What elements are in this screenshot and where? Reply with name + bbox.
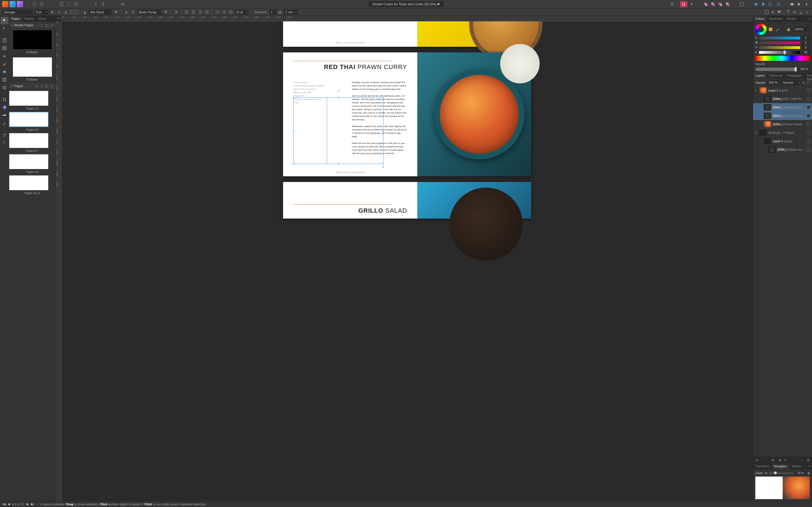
first-page-button[interactable]: |◀ <box>2 502 5 506</box>
navigator-tab[interactable]: Navigator <box>772 463 790 469</box>
layers-tab[interactable]: Layers <box>753 73 767 79</box>
layer-row[interactable]: T[IDML] (Simple cooks for <box>753 145 812 154</box>
pen-tool[interactable] <box>1 60 8 68</box>
overflow-icon[interactable]: » <box>804 9 810 15</box>
layer-fx-icon[interactable]: ◑ <box>777 458 782 462</box>
italic-button[interactable]: I <box>56 9 62 15</box>
method-text[interactable]: Roughly chop the coriander. Remove and d… <box>352 81 407 155</box>
artistic-text-tool[interactable]: A <box>1 52 8 60</box>
blend-mode-dropdown[interactable]: Normal <box>781 80 801 85</box>
layer-opacity-input[interactable] <box>767 80 780 85</box>
fill-tool[interactable] <box>1 104 8 111</box>
last-page-button[interactable]: ▶| <box>31 502 34 506</box>
text-styles-tab[interactable]: Text Styles <box>804 73 812 79</box>
frame-fit-icon-1[interactable] <box>764 9 769 15</box>
bool-add-icon[interactable] <box>789 1 795 7</box>
anchor-icon[interactable] <box>100 1 106 7</box>
next-page-button[interactable]: ▶ <box>27 502 29 506</box>
arrange-front-icon[interactable] <box>725 1 731 7</box>
node-tool[interactable] <box>1 25 8 32</box>
align-left-icon[interactable] <box>767 1 774 7</box>
move-tool[interactable] <box>1 17 8 24</box>
baseline-grid-icon[interactable] <box>669 1 675 7</box>
align-right-text-icon[interactable] <box>197 9 203 15</box>
magenta-slider[interactable] <box>759 41 800 44</box>
prev-page-button[interactable]: ◀ <box>8 502 10 506</box>
leading-input[interactable] <box>235 10 248 15</box>
page-thumb-6-7[interactable]: Pages 6,7 <box>9 133 56 152</box>
spectrum-picker[interactable] <box>755 56 810 61</box>
crop-tool[interactable] <box>1 96 8 103</box>
underline-button[interactable]: U <box>63 9 69 15</box>
list-number-icon[interactable]: 1 <box>214 9 220 15</box>
show-para-icon[interactable]: ¶ <box>173 9 179 15</box>
align-center-text-icon[interactable] <box>191 9 196 15</box>
align-right-icon[interactable] <box>775 1 781 7</box>
pin-icon[interactable] <box>93 1 99 7</box>
table-tool[interactable] <box>1 45 8 52</box>
color-wheel[interactable] <box>755 24 767 35</box>
layer-row[interactable]: Layer 1 (Layer) <box>753 137 812 145</box>
align-left-text-icon[interactable] <box>184 9 190 15</box>
layer-row[interactable]: ▼Layer 1 (Layer) <box>753 86 812 95</box>
character-tab[interactable]: Character <box>767 73 785 79</box>
colour-tab[interactable]: Colour <box>753 16 767 22</box>
eyedropper-icon[interactable] <box>774 26 781 33</box>
zoom-in-icon[interactable]: ⊕ <box>808 471 810 474</box>
pages-facing-icon[interactable]: ▯▯ <box>45 84 49 88</box>
document-icon[interactable] <box>58 1 64 7</box>
stroke-tab[interactable]: Stroke <box>784 16 798 22</box>
flip-v-icon[interactable] <box>760 1 766 7</box>
arrange-forward-icon[interactable] <box>717 1 723 7</box>
pages-view-icon[interactable]: ⫿⫿ <box>35 84 39 88</box>
layer-settings-icon[interactable]: ⚙ <box>802 81 805 84</box>
valign-center-icon[interactable] <box>792 9 797 15</box>
preflight-icon[interactable]: ▫ <box>36 503 38 506</box>
master-facing-icon[interactable]: ▯▯ <box>45 23 49 27</box>
spread-2-3[interactable]: Simple cooks for taste and looks <box>283 21 531 47</box>
layer-add-icon[interactable]: ▫ <box>800 458 804 462</box>
layer-row[interactable]: [IDML] (Picture Frame) <box>753 120 812 128</box>
zoom-tool[interactable] <box>1 139 8 147</box>
frame-fit-icon-2[interactable]: fi <box>770 9 776 15</box>
arrange-backward-icon[interactable] <box>710 1 716 7</box>
yellow-slider[interactable] <box>759 46 800 49</box>
spread-4-5[interactable]: RED THAI PRAWN CURRY 1 carrot, sliced 1 … <box>283 52 531 176</box>
snap-options-icon[interactable]: ▾ <box>689 1 695 7</box>
group-icon[interactable] <box>739 1 745 7</box>
rectangle-tool[interactable] <box>1 68 8 75</box>
pages-options-icon[interactable]: ▯ <box>50 84 54 88</box>
layer-fx2-icon[interactable]: fx <box>783 458 788 462</box>
master-a-thumb[interactable]: A-Master <box>13 30 52 54</box>
spread-6-7[interactable]: GRILLO SALAD <box>283 182 531 219</box>
list-none-icon[interactable] <box>228 9 234 15</box>
affinity-photo-tab[interactable] <box>2 1 8 7</box>
snapping-button[interactable] <box>680 1 688 7</box>
page-thumb-8-9[interactable]: Pages 8,9 <box>9 154 56 173</box>
valign-bottom-icon[interactable] <box>798 9 804 15</box>
layer-delete-icon[interactable]: 🗑 <box>806 458 810 462</box>
stock-tab[interactable]: Stock <box>36 16 49 22</box>
bool-intersect-icon[interactable] <box>804 1 810 7</box>
affinity-designer-tab[interactable] <box>10 1 16 7</box>
char-style-dropdown[interactable]: [No Style] <box>89 10 112 15</box>
columns-input[interactable] <box>269 10 276 15</box>
font-family-dropdown[interactable]: Georgia <box>2 10 34 15</box>
arrange-back-icon[interactable] <box>703 1 709 7</box>
paragraph-tab[interactable]: Paragraph <box>785 73 804 79</box>
master-pages-header[interactable]: ▼ Master Pages ▯ ▯▯ ▯ <box>9 22 56 28</box>
bool-subtract-icon[interactable] <box>796 1 802 7</box>
layer-row[interactable]: ▼ (B-Master - 2 Pages) <box>753 128 812 137</box>
page-thumb-4-5[interactable]: Pages 4,5 <box>9 112 56 131</box>
assets-tab[interactable]: Assets <box>22 16 36 22</box>
align-justify-text-icon[interactable] <box>204 9 210 15</box>
master-single-icon[interactable]: ▯ <box>40 23 44 27</box>
pan-tool[interactable] <box>1 131 8 138</box>
transform-tab[interactable]: Transform <box>753 463 772 469</box>
layer-mask-icon[interactable]: ◈ <box>755 458 759 462</box>
artboard-icon[interactable] <box>66 1 72 7</box>
opacity-slider[interactable] <box>755 68 797 71</box>
ellipse-frame-tool[interactable] <box>1 84 8 91</box>
layer-adjust-icon[interactable]: ◐ <box>771 458 776 462</box>
lock-icon[interactable]: 🔒 <box>786 27 791 31</box>
